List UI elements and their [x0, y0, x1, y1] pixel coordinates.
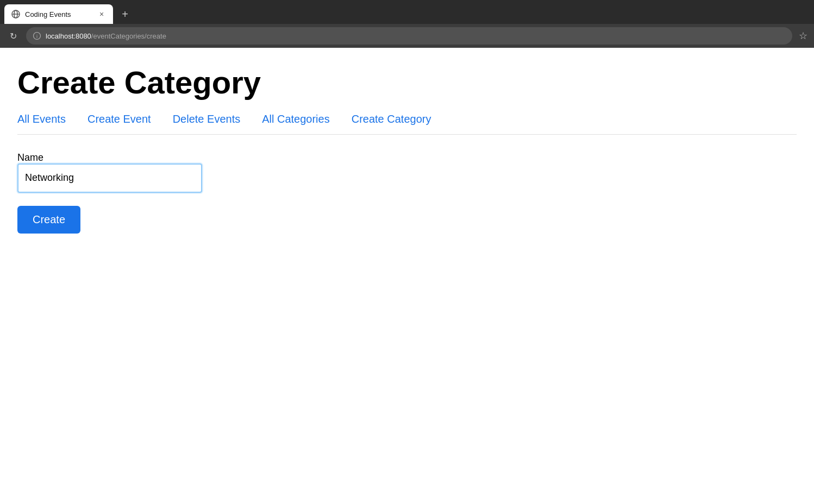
create-button[interactable]: Create — [17, 206, 80, 234]
name-label: Name — [17, 152, 43, 163]
new-tab-button[interactable]: + — [117, 7, 133, 22]
nav-link-delete-events[interactable]: Delete Events — [173, 113, 241, 125]
browser-chrome: Coding Events × + ↻ i localhost:8080/eve… — [0, 0, 814, 48]
bookmark-button[interactable]: ☆ — [799, 30, 807, 42]
url-box[interactable]: i localhost:8080/eventCategories/create — [26, 27, 792, 45]
tab-bar: Coding Events × + — [0, 0, 814, 24]
tab-title: Coding Events — [25, 10, 92, 18]
nav-link-all-categories[interactable]: All Categories — [262, 113, 330, 125]
nav-links: All Events Create Event Delete Events Al… — [17, 113, 797, 135]
tab-close-button[interactable]: × — [97, 9, 107, 19]
refresh-button[interactable]: ↻ — [7, 29, 20, 42]
info-icon: i — [33, 32, 41, 40]
create-category-form: Name Create — [17, 152, 797, 234]
nav-link-create-event[interactable]: Create Event — [87, 113, 151, 125]
page-title: Create Category — [17, 65, 797, 100]
url-host: localhost:8080 — [46, 32, 91, 40]
address-bar: ↻ i localhost:8080/eventCategories/creat… — [0, 24, 814, 48]
nav-link-all-events[interactable]: All Events — [17, 113, 66, 125]
url-path: /eventCategories/create — [91, 32, 166, 40]
active-tab[interactable]: Coding Events × — [4, 4, 113, 24]
page-content: Create Category All Events Create Event … — [0, 48, 814, 504]
name-input[interactable] — [17, 163, 202, 193]
nav-link-create-category[interactable]: Create Category — [352, 113, 431, 125]
tab-favicon — [11, 9, 21, 19]
url-text: localhost:8080/eventCategories/create — [46, 32, 166, 40]
svg-text:i: i — [36, 34, 37, 39]
